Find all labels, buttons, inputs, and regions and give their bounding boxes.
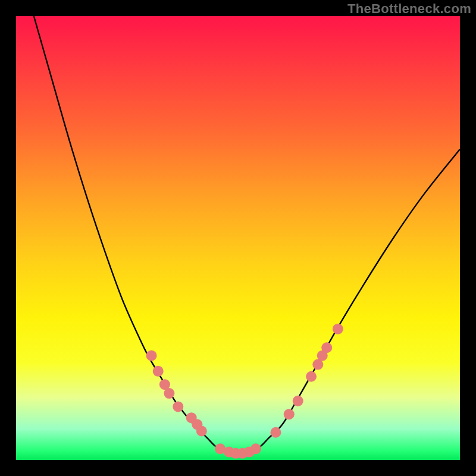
chart-frame: TheBottleneck.com xyxy=(0,0,476,476)
chart-marker xyxy=(293,396,303,406)
chart-marker xyxy=(270,427,281,438)
chart-plot-area xyxy=(16,16,460,460)
watermark-text: TheBottleneck.com xyxy=(347,1,471,17)
chart-marker xyxy=(306,371,317,382)
bottleneck-curve xyxy=(34,16,460,453)
chart-marker xyxy=(250,443,261,454)
chart-marker xyxy=(173,401,183,412)
chart-marker xyxy=(153,366,164,377)
chart-overlay-svg xyxy=(16,16,460,460)
chart-marker xyxy=(284,409,295,419)
chart-marker xyxy=(321,342,332,353)
chart-markers xyxy=(146,324,343,459)
chart-marker xyxy=(333,324,343,334)
chart-marker xyxy=(146,350,157,361)
chart-marker xyxy=(164,388,174,399)
chart-marker xyxy=(196,426,207,437)
